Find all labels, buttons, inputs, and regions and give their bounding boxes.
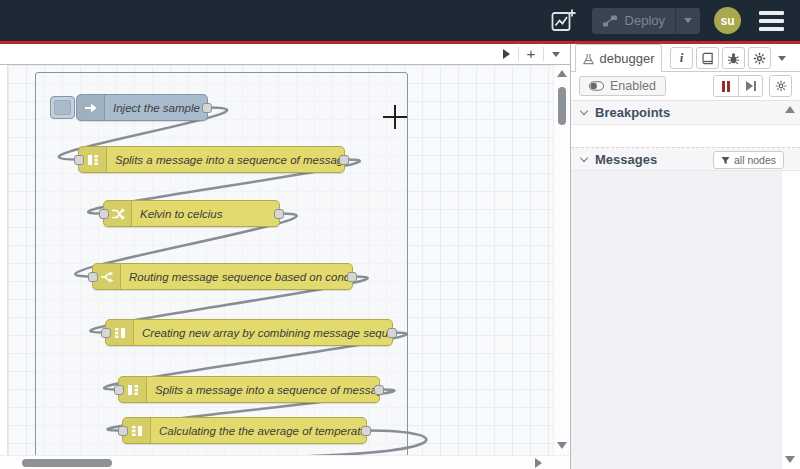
user-avatar[interactable]: su [714, 7, 741, 34]
input-port[interactable] [74, 155, 84, 165]
funnel-icon [721, 156, 730, 165]
input-port[interactable] [118, 426, 128, 436]
breakpoints-title: Breakpoints [595, 105, 670, 120]
add-flow-button[interactable]: + [519, 44, 543, 64]
step-button[interactable] [738, 76, 762, 96]
debugger-sections: Breakpoints Messages all nodes [571, 101, 800, 469]
tab-info[interactable]: i [670, 47, 693, 69]
node-label: Calculating the the average of temperatu… [151, 418, 366, 443]
split-node[interactable]: Splits a message into a sequence of mess… [78, 146, 345, 173]
enabled-label: Enabled [610, 79, 656, 93]
input-port[interactable] [101, 328, 111, 338]
dashboard-chart-icon[interactable] [548, 6, 578, 36]
sidebar-scroll-down-icon[interactable] [785, 456, 795, 463]
toggle-on-icon [589, 81, 604, 91]
split-node[interactable]: Splits a message into a sequence of mess… [118, 376, 380, 403]
messages-list [571, 171, 800, 469]
output-port[interactable] [361, 426, 371, 436]
scroll-right-icon[interactable] [535, 458, 542, 468]
debugger-toolbar: Enabled [571, 72, 800, 101]
app-header: Deploy su [0, 0, 800, 41]
breakpoints-list [571, 125, 800, 147]
canvas-horizontal-scrollbar[interactable] [0, 455, 570, 469]
output-port[interactable] [347, 272, 357, 282]
deploy-options-caret[interactable] [675, 8, 700, 34]
input-port[interactable] [88, 272, 98, 282]
debugger-settings-button[interactable] [769, 75, 792, 97]
sidebar-tabs-dropdown-icon[interactable] [774, 56, 790, 61]
deploy-icon [602, 14, 618, 28]
info-icon: i [680, 50, 684, 66]
gear-icon [775, 80, 787, 92]
input-port[interactable] [114, 385, 124, 395]
output-port[interactable] [374, 385, 384, 395]
node-label: Creating new array by combining message … [134, 320, 392, 345]
inject-icon [77, 95, 105, 120]
output-port[interactable] [387, 328, 397, 338]
debugger-flask-icon [583, 53, 594, 65]
switch-node[interactable]: Routing message sequence based on condit… [92, 263, 353, 290]
tab-debugger[interactable]: debugger [575, 44, 662, 72]
inject-node[interactable]: Inject the sample data [76, 94, 208, 121]
step-forward-icon [746, 81, 756, 91]
breakpoints-section-header[interactable]: Breakpoints [571, 101, 800, 125]
output-port[interactable] [274, 209, 284, 219]
tab-config[interactable] [748, 47, 771, 69]
filter-label: all nodes [734, 154, 776, 166]
message-filter-button[interactable]: all nodes [713, 151, 784, 169]
flow-tabbar: + [0, 44, 570, 65]
deploy-button[interactable]: Deploy [592, 8, 700, 34]
change-node[interactable]: Kelvin to celcius [103, 200, 280, 227]
main-menu-icon[interactable] [755, 7, 788, 35]
tab-scroll-right-button[interactable] [494, 44, 518, 64]
chevron-down-icon [580, 153, 588, 161]
join-node[interactable]: Creating new array by combining message … [105, 319, 393, 346]
deploy-label: Deploy [625, 13, 665, 28]
bug-icon [727, 52, 740, 65]
palette-strip [0, 65, 8, 455]
vertical-scroll-thumb[interactable] [558, 87, 566, 125]
messages-section-header[interactable]: Messages all nodes [571, 147, 800, 171]
node-label: Splits a message into a sequence of mess… [147, 377, 379, 402]
flow-list-dropdown-icon[interactable] [544, 44, 568, 64]
gear-icon [753, 52, 766, 65]
sidebar-scroll-up-icon[interactable] [785, 106, 795, 113]
debugger-enabled-toggle[interactable]: Enabled [579, 76, 666, 96]
join-node[interactable]: Calculating the the average of temperatu… [122, 417, 367, 444]
workspace: + Inject the sample dataSplits a message… [0, 44, 570, 469]
node-label: Kelvin to celcius [132, 201, 279, 226]
node-label: Routing message sequence based on condit… [121, 264, 352, 289]
scroll-up-icon[interactable] [557, 70, 567, 77]
canvas[interactable]: Inject the sample dataSplits a message i… [8, 65, 553, 455]
chevron-down-icon [580, 107, 588, 115]
pause-icon [722, 81, 730, 92]
tab-debug[interactable] [722, 47, 745, 69]
tab-help[interactable] [696, 47, 719, 69]
messages-title: Messages [595, 152, 657, 167]
input-port[interactable] [99, 209, 109, 219]
horizontal-scroll-thumb[interactable] [22, 459, 112, 467]
sidebar: debugger i [570, 44, 800, 469]
debugger-tab-label: debugger [600, 51, 655, 66]
output-port[interactable] [339, 155, 349, 165]
canvas-vertical-scrollbar[interactable] [553, 65, 570, 455]
node-label: Inject the sample data [105, 95, 207, 120]
book-icon [701, 52, 714, 65]
sidebar-tabbar: debugger i [571, 44, 800, 72]
node-label: Splits a message into a sequence of mess… [107, 147, 344, 172]
inject-trigger-button[interactable] [50, 96, 75, 119]
scroll-down-icon[interactable] [557, 442, 567, 449]
output-port[interactable] [202, 103, 212, 113]
pause-button[interactable] [714, 76, 738, 96]
